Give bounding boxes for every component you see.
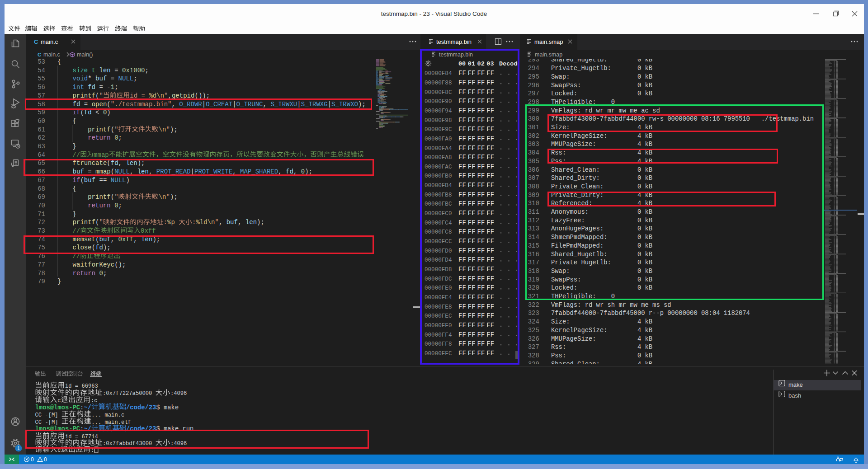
svg-text:Size: 4 kB: Size: 4 kB <box>551 319 652 325</box>
svg-text:326: 326 <box>528 335 539 342</box>
svg-text:$ make: $ make <box>156 404 179 411</box>
svg-text:79: 79 <box>38 278 45 285</box>
svg-text:int: int <box>73 84 84 91</box>
svg-text:77: 77 <box>38 261 45 268</box>
svg-text:printf: printf <box>88 126 111 133</box>
svg-text:}: } <box>57 278 61 285</box>
svg-text:(: ( <box>111 193 114 201</box>
svg-text:296: 296 <box>528 82 539 89</box>
svg-text:53: 53 <box>38 59 45 66</box>
svg-text:<: < <box>95 109 99 116</box>
svg-text:0: 0 <box>44 456 47 463</box>
svg-text:make: make <box>788 381 803 388</box>
svg-text::: : <box>164 219 167 226</box>
svg-text:;: ; <box>145 67 149 74</box>
svg-text:Swap: 0 kB: Swap: 0 kB <box>551 74 652 80</box>
svg-text:main.smap: main.smap <box>534 38 563 45</box>
svg-text:54: 54 <box>38 67 45 74</box>
svg-text:64: 64 <box>38 151 45 159</box>
svg-text:0: 0 <box>99 270 103 277</box>
svg-text:buf: buf <box>95 75 107 82</box>
svg-text:68: 68 <box>38 185 45 192</box>
svg-text:): ) <box>107 109 110 116</box>
svg-text:61: 61 <box>38 126 45 133</box>
svg-text:printf: printf <box>73 219 96 226</box>
svg-text:buf: buf <box>226 219 238 226</box>
svg-text:{: { <box>73 117 76 125</box>
svg-text:return: return <box>88 202 111 209</box>
svg-text:0: 0 <box>114 134 118 141</box>
svg-text:325: 325 <box>528 327 539 334</box>
svg-text:testmmap.bin - 23 - Visual Stu: testmmap.bin - 23 - Visual Studio Code <box>381 10 487 17</box>
svg-text:/code/23: /code/23 <box>126 404 156 411</box>
svg-text:c: c <box>57 398 61 404</box>
svg-text:;: ; <box>114 84 118 91</box>
svg-text:();: (); <box>114 261 126 268</box>
svg-text:72: 72 <box>38 219 45 226</box>
svg-text:,: , <box>219 219 222 226</box>
svg-text:,: , <box>238 219 241 226</box>
svg-text:Private_Hugetlb: 0 kB: Private_Hugetlb: 0 kB <box>551 65 652 72</box>
svg-text:return: return <box>88 134 111 141</box>
svg-text:;: ; <box>118 134 122 141</box>
svg-text:324: 324 <box>528 318 539 325</box>
svg-text:}: } <box>73 143 76 150</box>
svg-text:295: 295 <box>528 73 539 80</box>
svg-text:%p: %p <box>167 219 175 226</box>
svg-text:fd: fd <box>84 109 92 116</box>
svg-text:1: 1 <box>17 446 20 451</box>
svg-text:... main.elf: ... main.elf <box>91 419 131 426</box>
svg-text:329: 329 <box>528 361 539 364</box>
svg-text::: : <box>80 404 84 411</box>
svg-text:328: 328 <box>528 352 539 359</box>
svg-text:NULL: NULL <box>111 177 126 184</box>
svg-text:": " <box>166 126 170 133</box>
svg-text::0x7f7227a50000: :0x7f7227a50000 <box>103 390 152 397</box>
svg-text:... main.c: ... main.c <box>91 412 124 418</box>
svg-text:": " <box>166 193 170 201</box>
svg-text:": " <box>99 219 103 226</box>
svg-text:waitforKeyc: waitforKeyc <box>73 261 115 268</box>
svg-text:size_t: size_t <box>73 67 96 74</box>
svg-text:56: 56 <box>38 84 45 91</box>
svg-text:==: == <box>99 177 107 184</box>
svg-text:0: 0 <box>31 456 34 463</box>
svg-text:VmFlags: rd wr sh mr mw me ms: VmFlags: rd wr sh mr mw me ms sd <box>551 302 671 309</box>
svg-text:293: 293 <box>528 59 539 63</box>
svg-text:C: C <box>38 52 41 57</box>
svg-text:;: ; <box>118 202 122 209</box>
svg-text:Pss: 0 kB: Pss: 0 kB <box>551 352 652 359</box>
svg-text:(: ( <box>80 109 84 116</box>
svg-text:(: ( <box>111 126 114 133</box>
svg-text:Shared_Clean: 4 kB: Shared_Clean: 4 kB <box>551 361 652 364</box>
svg-text:);: ); <box>170 193 178 201</box>
svg-text::c: :c <box>91 398 98 404</box>
svg-text:71: 71 <box>38 211 45 218</box>
svg-text:62: 62 <box>38 134 45 141</box>
svg-text:main.smap: main.smap <box>535 52 562 58</box>
svg-text:\n: \n <box>159 126 166 133</box>
svg-text:lmos@lmos-PC: lmos@lmos-PC <box>35 404 80 411</box>
svg-text:73: 73 <box>38 227 45 234</box>
svg-text:id = 66963: id = 66963 <box>65 383 98 389</box>
svg-text:;: ; <box>133 75 137 82</box>
svg-text:=: = <box>111 75 114 82</box>
svg-text:0xff: 0xff <box>141 227 156 234</box>
svg-text://: // <box>73 151 80 159</box>
svg-text:C: C <box>34 38 38 45</box>
svg-text:67: 67 <box>38 177 45 184</box>
svg-text:if: if <box>73 177 80 184</box>
svg-text:55: 55 <box>38 75 45 82</box>
svg-text:0x1000: 0x1000 <box>122 67 145 74</box>
svg-text:{: { <box>57 59 61 66</box>
svg-text:322: 322 <box>528 301 539 309</box>
svg-text:Rss: 4 kB: Rss: 4 kB <box>551 344 652 351</box>
svg-text:%ld\n: %ld\n <box>196 219 215 226</box>
svg-text:0: 0 <box>114 202 118 209</box>
svg-text:= -: = - <box>99 84 111 91</box>
svg-text:CC -[M]: CC -[M] <box>35 412 58 418</box>
svg-text:main(): main() <box>77 52 93 58</box>
svg-text:": " <box>114 193 118 201</box>
svg-text:fd: fd <box>88 84 95 91</box>
svg-text:testmmap.bin: testmmap.bin <box>436 38 472 45</box>
